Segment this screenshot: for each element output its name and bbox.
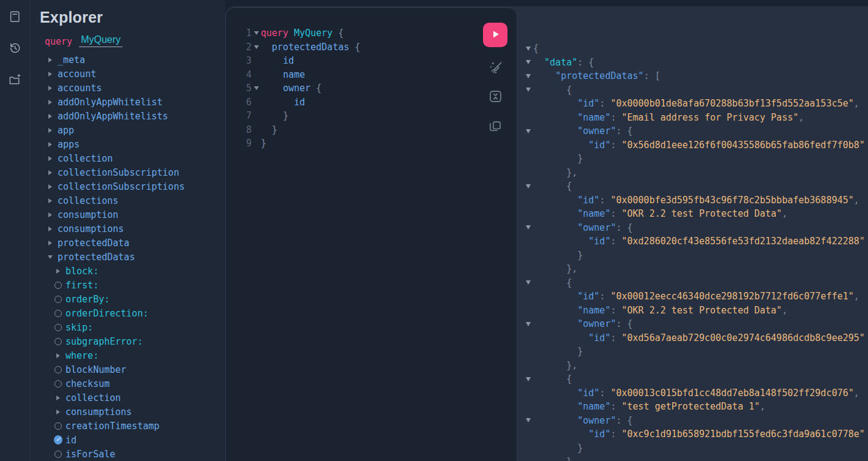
sidebar-item-collection[interactable]: collection bbox=[40, 151, 225, 165]
history-button[interactable] bbox=[8, 41, 22, 55]
caret-right-icon[interactable] bbox=[48, 58, 52, 62]
caret-right-icon[interactable] bbox=[48, 72, 52, 77]
sidebar-item-label: addOnlyAppWhitelist bbox=[58, 97, 163, 108]
fold-toggle-icon[interactable] bbox=[526, 184, 531, 189]
fold-toggle-icon[interactable] bbox=[526, 74, 531, 78]
editor-line[interactable]: 8 } bbox=[244, 123, 517, 137]
sidebar-item-protectedData[interactable]: protectedData bbox=[40, 236, 225, 250]
sidebar-item-orderDirection[interactable]: orderDirection: bbox=[40, 306, 225, 320]
fold-toggle-icon[interactable] bbox=[526, 418, 531, 422]
operation-keyword: query bbox=[45, 36, 72, 47]
sidebar-item-block[interactable]: block: bbox=[40, 264, 225, 278]
sidebar-item-consumption[interactable]: consumption bbox=[40, 208, 225, 222]
editor-line[interactable]: 2 protectedDatas { bbox=[244, 40, 517, 54]
fold-toggle-icon[interactable] bbox=[526, 88, 531, 92]
caret-right-icon[interactable] bbox=[48, 212, 52, 217]
caret-right-icon[interactable] bbox=[56, 410, 60, 414]
editor-line[interactable]: 3 id bbox=[244, 54, 517, 68]
sidebar-item-creationTimestamp[interactable]: creationTimestamp bbox=[40, 419, 225, 433]
sidebar-item-protectedDatas[interactable]: protectedDatas bbox=[40, 250, 225, 264]
fold-toggle-icon[interactable] bbox=[254, 45, 259, 49]
docs-button[interactable] bbox=[8, 10, 21, 23]
sidebar-item-label: consumptions bbox=[65, 407, 132, 418]
caret-right-icon[interactable] bbox=[48, 128, 52, 133]
editor-line[interactable]: 5 owner { bbox=[244, 81, 517, 96]
sidebar-item-collectionSubscriptions[interactable]: collectionSubscriptions bbox=[40, 179, 225, 193]
caret-right-icon[interactable] bbox=[48, 198, 52, 203]
caret-right-icon[interactable] bbox=[48, 227, 52, 231]
fold-toggle-icon[interactable] bbox=[526, 322, 531, 326]
checkbox-checked-icon[interactable] bbox=[54, 435, 62, 444]
fold-toggle-icon[interactable] bbox=[526, 377, 531, 381]
editor-line[interactable]: 9} bbox=[244, 137, 517, 151]
merge-fragments-button[interactable] bbox=[487, 88, 504, 105]
sidebar-item-_meta[interactable]: _meta bbox=[40, 53, 225, 67]
editor-line[interactable]: 6 id bbox=[244, 96, 517, 110]
prettify-button[interactable] bbox=[487, 59, 504, 76]
sidebar-item-consumptions[interactable]: consumptions bbox=[40, 222, 225, 236]
caret-right-icon[interactable] bbox=[48, 86, 52, 91]
sidebar-item-label: subgraphError: bbox=[65, 336, 143, 347]
sidebar-item-accounts[interactable]: accounts bbox=[40, 81, 225, 95]
sidebar-item-isForSale[interactable]: isForSale bbox=[40, 447, 225, 461]
radio-unchecked-icon[interactable] bbox=[54, 451, 62, 458]
sidebar-item-addOnlyAppWhitelist[interactable]: addOnlyAppWhitelist bbox=[40, 95, 225, 109]
editor-line[interactable]: 4 name bbox=[244, 68, 517, 82]
sidebar-item-skip[interactable]: skip: bbox=[40, 320, 225, 334]
sidebar-item-first[interactable]: first: bbox=[40, 278, 225, 292]
caret-right-icon[interactable] bbox=[48, 100, 52, 105]
caret-right-icon[interactable] bbox=[48, 184, 52, 189]
editor-line[interactable]: 7 } bbox=[244, 109, 517, 123]
caret-right-icon[interactable] bbox=[48, 170, 52, 175]
operation-name-input[interactable]: MyQuery bbox=[79, 35, 122, 47]
radio-unchecked-icon[interactable] bbox=[54, 422, 62, 430]
caret-right-icon[interactable] bbox=[48, 114, 52, 119]
radio-unchecked-icon[interactable] bbox=[54, 310, 62, 317]
fold-toggle-icon[interactable] bbox=[526, 225, 531, 230]
response-line: { bbox=[523, 42, 868, 56]
caret-right-icon[interactable] bbox=[48, 156, 52, 161]
sidebar-item-id[interactable]: id bbox=[40, 433, 225, 447]
sidebar-item-subgraphError[interactable]: subgraphError: bbox=[40, 334, 225, 348]
caret-right-icon[interactable] bbox=[48, 142, 52, 147]
copy-query-button[interactable] bbox=[487, 117, 503, 133]
radio-unchecked-icon[interactable] bbox=[54, 296, 62, 303]
sidebar-item-collections[interactable]: collections bbox=[40, 193, 225, 208]
sidebar-item-addOnlyAppWhitelists[interactable]: addOnlyAppWhitelists bbox=[40, 109, 225, 123]
sidebar-item-where[interactable]: where: bbox=[40, 348, 225, 362]
sidebar-item-account[interactable]: account bbox=[40, 67, 225, 81]
fold-toggle-icon[interactable] bbox=[526, 280, 531, 285]
sidebar-item-consumptions[interactable]: consumptions bbox=[40, 405, 225, 419]
caret-right-icon[interactable] bbox=[56, 269, 60, 274]
sidebar-item-orderBy[interactable]: orderBy: bbox=[40, 292, 225, 306]
sidebar-item-app[interactable]: app bbox=[40, 123, 225, 137]
explorer-plugin-button[interactable] bbox=[8, 73, 22, 87]
radio-unchecked-icon[interactable] bbox=[54, 380, 62, 388]
sidebar-item-collection[interactable]: collection bbox=[40, 391, 225, 405]
radio-unchecked-icon[interactable] bbox=[54, 324, 62, 331]
fold-toggle-icon[interactable] bbox=[526, 60, 531, 64]
response-line: "id": "0x00012eecc46340dce298192b7712fd6… bbox=[523, 290, 868, 304]
fold-toggle-icon[interactable] bbox=[254, 31, 259, 35]
caret-down-icon[interactable] bbox=[48, 255, 53, 259]
sidebar-item-checksum[interactable]: checksum bbox=[40, 377, 225, 391]
query-editor[interactable]: 1query MyQuery {2 protectedDatas {3 id4 … bbox=[226, 8, 517, 151]
response-line: "name": "Email address for Privacy Pass"… bbox=[523, 111, 868, 125]
caret-right-icon[interactable] bbox=[56, 395, 60, 400]
sidebar-item-collectionSubscription[interactable]: collectionSubscription bbox=[40, 165, 225, 179]
execute-query-button[interactable] bbox=[483, 23, 507, 47]
sidebar-item-apps[interactable]: apps bbox=[40, 137, 225, 151]
sidebar-item-blockNumber[interactable]: blockNumber bbox=[40, 362, 225, 377]
caret-right-icon[interactable] bbox=[56, 353, 60, 358]
fold-toggle-icon[interactable] bbox=[526, 129, 531, 133]
editor-line[interactable]: 1query MyQuery { bbox=[244, 26, 517, 40]
radio-unchecked-icon[interactable] bbox=[54, 338, 62, 345]
editor-toolbar bbox=[483, 23, 507, 133]
caret-right-icon[interactable] bbox=[48, 241, 52, 245]
fold-toggle-icon[interactable] bbox=[526, 47, 531, 51]
response-line: "owner": { bbox=[523, 414, 868, 428]
merge-icon bbox=[487, 97, 504, 107]
radio-unchecked-icon[interactable] bbox=[54, 282, 62, 289]
fold-toggle-icon[interactable] bbox=[254, 86, 259, 90]
radio-unchecked-icon[interactable] bbox=[54, 366, 62, 373]
